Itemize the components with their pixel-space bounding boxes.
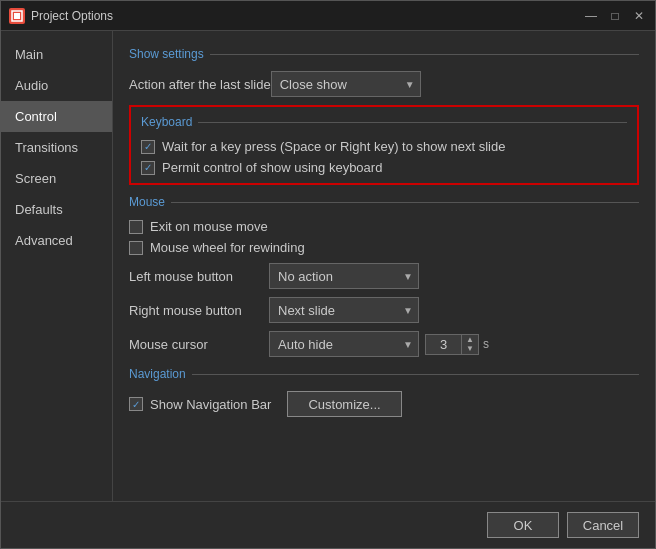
keyboard-check2-input[interactable] [141, 161, 155, 175]
titlebar: Project Options — □ ✕ [1, 1, 655, 31]
right-mouse-select-wrapper: Next slide No action Previous slide ▼ [269, 297, 419, 323]
nav-bar-check-row: Show Navigation Bar [129, 397, 271, 412]
keyboard-check2-row: Permit control of show using keyboard [141, 160, 627, 175]
exit-mouse-label: Exit on mouse move [150, 219, 268, 234]
left-mouse-label: Left mouse button [129, 269, 269, 284]
keyboard-header: Keyboard [141, 115, 627, 129]
action-dropdown[interactable]: Close show Loop show Stop show [271, 71, 421, 97]
app-icon [9, 8, 25, 24]
content-area: Main Audio Control Transitions Screen De… [1, 31, 655, 501]
right-mouse-label: Right mouse button [129, 303, 269, 318]
mouse-wheel-label: Mouse wheel for rewinding [150, 240, 305, 255]
left-mouse-dropdown[interactable]: No action Next slide Previous slide [269, 263, 419, 289]
svg-rect-1 [14, 13, 20, 19]
sidebar-item-advanced[interactable]: Advanced [1, 225, 112, 256]
ok-button[interactable]: OK [487, 512, 559, 538]
nav-bar-checkbox[interactable] [129, 397, 143, 411]
navigation-section: Navigation Show Navigation Bar Customize… [129, 367, 639, 417]
keyboard-section: Keyboard Wait for a key press (Space or … [129, 105, 639, 185]
keyboard-check1-input[interactable] [141, 140, 155, 154]
footer: OK Cancel [1, 501, 655, 548]
keyboard-check1-label: Wait for a key press (Space or Right key… [162, 139, 505, 154]
cursor-row: Mouse cursor Auto hide Always show Alway… [129, 331, 639, 357]
cancel-button[interactable]: Cancel [567, 512, 639, 538]
cursor-dropdown[interactable]: Auto hide Always show Always hide [269, 331, 419, 357]
nav-bar-row: Show Navigation Bar Customize... [129, 391, 639, 417]
cursor-select-wrapper: Auto hide Always show Always hide ▼ [269, 331, 419, 357]
right-mouse-dropdown[interactable]: Next slide No action Previous slide [269, 297, 419, 323]
project-options-window: Project Options — □ ✕ Main Audio Control… [0, 0, 656, 549]
window-controls: — □ ✕ [583, 8, 647, 24]
keyboard-check2-label: Permit control of show using keyboard [162, 160, 382, 175]
left-mouse-row: Left mouse button No action Next slide P… [129, 263, 639, 289]
sidebar-item-main[interactable]: Main [1, 39, 112, 70]
sidebar-item-transitions[interactable]: Transitions [1, 132, 112, 163]
cursor-spinbox: ▲ ▼ [425, 334, 479, 355]
window-title: Project Options [31, 9, 583, 23]
sidebar-item-audio[interactable]: Audio [1, 70, 112, 101]
main-panel: Show settings Action after the last slid… [113, 31, 655, 501]
close-button[interactable]: ✕ [631, 8, 647, 24]
action-select-wrapper: Close show Loop show Stop show ▼ [271, 71, 421, 97]
cursor-spin-down[interactable]: ▼ [462, 344, 478, 354]
maximize-button[interactable]: □ [607, 8, 623, 24]
cursor-label: Mouse cursor [129, 337, 269, 352]
action-label: Action after the last slide [129, 77, 271, 92]
navigation-header: Navigation [129, 367, 639, 381]
left-mouse-select-wrapper: No action Next slide Previous slide ▼ [269, 263, 419, 289]
exit-mouse-input[interactable] [129, 220, 143, 234]
sidebar-item-defaults[interactable]: Defaults [1, 194, 112, 225]
exit-mouse-row: Exit on mouse move [129, 219, 639, 234]
customize-button[interactable]: Customize... [287, 391, 401, 417]
mouse-section: Mouse Exit on mouse move Mouse wheel for… [129, 195, 639, 357]
minimize-button[interactable]: — [583, 8, 599, 24]
keyboard-check1-row: Wait for a key press (Space or Right key… [141, 139, 627, 154]
cursor-spinbox-buttons: ▲ ▼ [461, 334, 479, 355]
nav-bar-label: Show Navigation Bar [150, 397, 271, 412]
sidebar-item-screen[interactable]: Screen [1, 163, 112, 194]
sidebar-item-control[interactable]: Control [1, 101, 112, 132]
mouse-wheel-row: Mouse wheel for rewinding [129, 240, 639, 255]
mouse-header: Mouse [129, 195, 639, 209]
right-mouse-row: Right mouse button Next slide No action … [129, 297, 639, 323]
cursor-spin-up[interactable]: ▲ [462, 335, 478, 345]
show-settings-header: Show settings [129, 47, 639, 61]
sidebar: Main Audio Control Transitions Screen De… [1, 31, 113, 501]
mouse-wheel-input[interactable] [129, 241, 143, 255]
cursor-value-input[interactable] [425, 334, 461, 355]
cursor-unit: s [483, 337, 489, 351]
action-row: Action after the last slide Close show L… [129, 71, 639, 97]
